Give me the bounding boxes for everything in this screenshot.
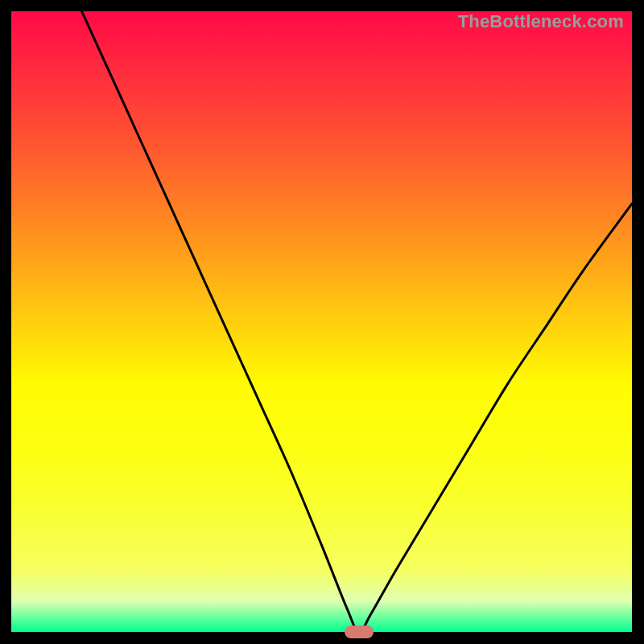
outer-frame: TheBottleneck.com xyxy=(0,0,644,644)
optimum-marker xyxy=(345,625,374,638)
bottleneck-curve xyxy=(11,11,632,632)
plot-area: TheBottleneck.com xyxy=(11,11,632,632)
